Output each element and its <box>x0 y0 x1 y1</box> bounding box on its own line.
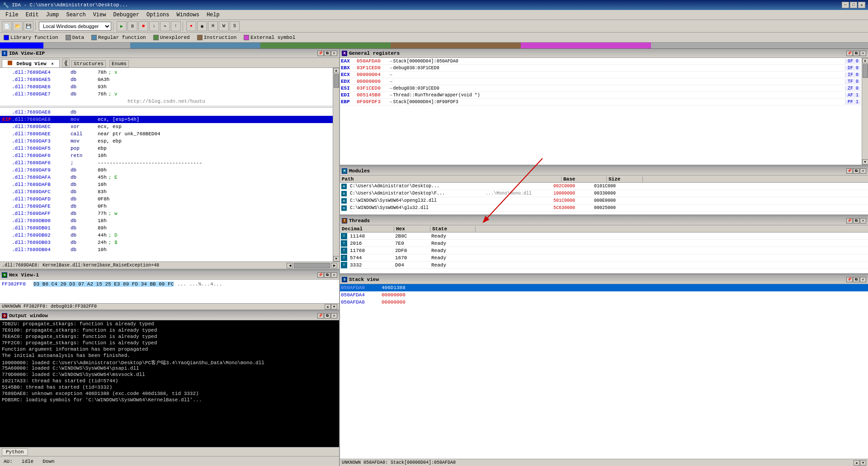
code-line[interactable]: .dll:7689DAE7db76h; v <box>0 90 333 98</box>
code-line[interactable]: .dll:7689DAE5db0A3h <box>0 76 333 83</box>
reg-float[interactable]: ⧉ <box>853 51 859 56</box>
output-close[interactable]: ✕ <box>331 313 337 319</box>
scroll-thumb-v[interactable] <box>334 74 339 88</box>
scroll-left-btn[interactable]: ◀ <box>287 263 293 268</box>
menu-view[interactable]: View <box>90 11 110 19</box>
stk-float[interactable]: ⧉ <box>853 277 859 282</box>
code-line[interactable]: .dll:7689DAE6db93h <box>0 83 333 90</box>
step-into-btn[interactable]: ↓ <box>149 21 159 31</box>
code-line[interactable]: .dll:7689DB04db10h <box>0 246 333 253</box>
thr-close[interactable]: ✕ <box>860 218 866 223</box>
menu-file[interactable]: File <box>2 11 22 19</box>
hw-btn[interactable]: H <box>208 21 218 31</box>
stk-scroll-down[interactable]: ▼ <box>860 460 866 466</box>
stack-row[interactable]: 050AFDA4 00000000 <box>340 291 868 299</box>
register-row[interactable]: EDX 00000000 → TF 0 <box>340 78 862 85</box>
output-content[interactable]: 7DB2U: propagate_stkargs: function is al… <box>0 320 339 447</box>
scroll-up-btn[interactable]: ▲ <box>333 68 340 73</box>
code-line[interactable]: .dll:7689DAE8db <box>0 109 333 116</box>
code-line[interactable]: .dll:7689DAFFdb77h; w <box>0 210 333 217</box>
menu-help[interactable]: Help <box>203 11 223 19</box>
reg-pin[interactable]: 📌 <box>846 51 853 56</box>
mod-close[interactable]: ✕ <box>860 168 866 174</box>
menu-jump[interactable]: Jump <box>42 11 63 19</box>
tab-debug-view-close[interactable]: × <box>51 62 53 67</box>
step-out-btn[interactable]: ↑ <box>171 21 181 31</box>
menu-debugger[interactable]: Debugger <box>109 11 143 19</box>
stk-scroll-up[interactable]: ▲ <box>854 460 860 466</box>
mod-float[interactable]: ⧉ <box>853 168 859 174</box>
code-line[interactable]: .dll:7689DAF3movesp, ebp <box>0 138 333 145</box>
step-over-btn[interactable]: ↷ <box>160 21 170 31</box>
code-line[interactable]: .dll:7689DAF9db80h <box>0 166 333 174</box>
code-scrollbar-v[interactable]: ▲ ▼ <box>333 68 339 262</box>
minimize-button[interactable]: ─ <box>842 2 849 8</box>
code-line[interactable]: .dll:7689DAE4db78h; x <box>0 69 333 76</box>
thread-row[interactable]: T 2016 7E0 Ready <box>340 240 868 247</box>
code-line[interactable]: .dll:7689DAECxorecx, esp <box>0 123 333 130</box>
register-row[interactable]: ECX 00000004 → IF 0 <box>340 71 862 78</box>
bpt-btn[interactable]: ● <box>186 21 196 31</box>
hex-float[interactable]: ⧉ <box>324 272 330 278</box>
code-view[interactable]: .dll:7689DAE4db78h; x.dll:7689DAE5db0A3h… <box>0 68 333 262</box>
reg-close[interactable]: ✕ <box>860 51 866 56</box>
code-line[interactable]: .dll:7689DB00db18h <box>0 217 333 224</box>
code-line[interactable]: .dll:7689DB01db89h <box>0 224 333 232</box>
python-tab-btn[interactable]: Python <box>2 448 28 456</box>
new-btn[interactable]: 📄 <box>2 21 12 31</box>
code-line[interactable]: .dll:7689DAFCdb83h <box>0 188 333 195</box>
menu-search[interactable]: Search <box>62 11 89 19</box>
tab-debug-view[interactable]: Debug View × <box>2 59 60 67</box>
stk-close[interactable]: ✕ <box>860 277 866 282</box>
module-row[interactable]: m C:\WINDOWS\SysWOW64\glu32.dll 5C630000… <box>340 204 868 212</box>
ida-view-float[interactable]: ⧉ <box>324 51 330 56</box>
close-button[interactable]: ✕ <box>858 2 865 8</box>
hex-scroll-down[interactable]: ▼ <box>331 304 337 309</box>
open-btn[interactable]: 📂 <box>13 21 23 31</box>
maximize-button[interactable]: □ <box>850 2 857 8</box>
bpt2-btn[interactable]: ◉ <box>197 21 207 31</box>
tab-nav-btn[interactable]: ⟪ <box>62 59 70 67</box>
save-btn[interactable]: 💾 <box>24 21 33 31</box>
module-row[interactable]: m C:\WINDOWS\SysWOW64\opengl32.dll 501C0… <box>340 197 868 204</box>
register-row[interactable]: EBP 0F99FDF3 → Stack[00000D04]:0F99FDF3 … <box>340 99 862 105</box>
mod-pin[interactable]: 📌 <box>846 168 853 174</box>
threads-table[interactable]: Decimal Hex State T 11148 2B8C Ready T 2… <box>340 225 868 273</box>
ida-view-pin[interactable]: 📌 <box>317 51 324 56</box>
code-line[interactable]: .dll:7689DAFEdb0Fh <box>0 203 333 210</box>
output-float[interactable]: ⧉ <box>324 313 330 319</box>
thread-row[interactable]: T 11148 2B8C Ready <box>340 233 868 240</box>
code-line[interactable]: .dll:7689DAF6;--------------------------… <box>0 159 333 166</box>
menu-options[interactable]: Options <box>143 11 173 19</box>
code-line[interactable]: .dll:7689DAEEcallnear ptr unk_768BED04 <box>0 130 333 138</box>
thread-row[interactable]: T 5744 1670 Ready <box>340 254 868 262</box>
scroll-right-btn[interactable]: ▶ <box>331 263 337 268</box>
code-line[interactable]: .dll:7689DAFBdb10h <box>0 181 333 188</box>
stack-btn[interactable]: S <box>230 21 240 31</box>
register-row[interactable]: ESI 03F1CED0 → debug038:03F1CED0 ZF 0 <box>340 85 862 92</box>
hex-data-area[interactable]: FF382FF0 D3 B6 C4 20 D3 97 A2 15 25 E3 8… <box>0 280 339 303</box>
code-line[interactable]: .dll:7689DAFAdb45h; E <box>0 174 333 181</box>
stk-pin[interactable]: 📌 <box>846 277 853 282</box>
stack-row[interactable]: 050AFDA0 406D1388 <box>340 284 868 291</box>
watch-btn[interactable]: W <box>219 21 229 31</box>
thread-row[interactable]: T 11768 2DF8 Ready <box>340 247 868 254</box>
menu-edit[interactable]: Edit <box>22 11 42 19</box>
register-row[interactable]: EAX 050AFDA0 → Stack[00000D04]:050AFDA0 … <box>340 58 862 65</box>
reg-scrollbar-v[interactable]: ▲ ▼ <box>862 58 868 165</box>
ida-view-close[interactable]: ✕ <box>331 51 337 56</box>
thr-float[interactable]: ⧉ <box>853 218 859 223</box>
code-line[interactable]: .dll:7689DAFDdb0F8h <box>0 195 333 203</box>
run-btn[interactable]: ▶ <box>117 21 127 31</box>
reg-thumb[interactable] <box>863 64 868 78</box>
code-line[interactable]: .dll:7689DAF6retn10h <box>0 152 333 159</box>
pause-btn[interactable]: ⏸ <box>127 21 137 31</box>
structures-tab-icon[interactable]: Structures Enums <box>71 60 129 67</box>
stack-content[interactable]: 050AFDA0 406D1388 050AFDA4 00000000 050A… <box>340 284 868 459</box>
hex-close[interactable]: ✕ <box>331 272 337 278</box>
reg-scroll-up[interactable]: ▲ <box>862 58 868 63</box>
menu-windows[interactable]: Windows <box>173 11 203 19</box>
reg-scroll-down[interactable]: ▼ <box>862 159 868 165</box>
registers-main[interactable]: EAX 050AFDA0 → Stack[00000D04]:050AFDA0 … <box>340 58 862 165</box>
output-pin[interactable]: 📌 <box>317 313 324 319</box>
